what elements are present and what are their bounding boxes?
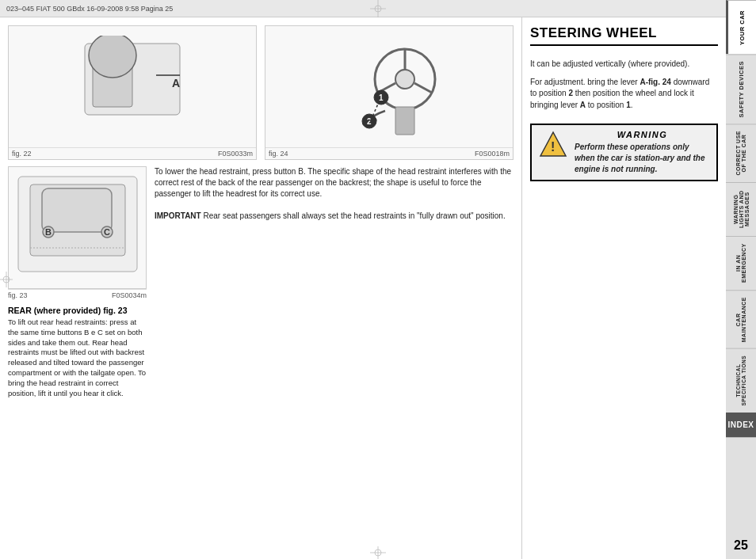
fig22-code: F0S0033m bbox=[218, 150, 253, 158]
important-label: IMPORTANT bbox=[155, 211, 201, 220]
fig24-image: 1 2 bbox=[265, 26, 513, 147]
warning-text-operations: Perform these bbox=[575, 143, 630, 151]
figure-24: 1 2 fig. 24 F0S0018m bbox=[265, 25, 514, 160]
headrest-paragraph: To lower the head restraint, press butto… bbox=[155, 166, 514, 200]
steering-panel: STEERING WHEEL It can be adjusted vertic… bbox=[521, 17, 726, 559]
svg-rect-21 bbox=[42, 188, 112, 232]
sidebar-tab-technical-specs[interactable]: TECHNICALSPECIFICA TIONS bbox=[726, 348, 756, 413]
fig23-caption: fig. 23 bbox=[8, 291, 28, 299]
figure-22: A fig. 22 F0S0033m bbox=[8, 25, 257, 160]
svg-text:!: ! bbox=[551, 140, 555, 154]
steering-para2: For adjustment. bring the lever A-fig. 2… bbox=[530, 77, 718, 112]
svg-point-8 bbox=[395, 70, 414, 89]
top-figures-row: A fig. 22 F0S0033m bbox=[8, 25, 514, 160]
rear-section: REAR (where provided) fig. 23 To lift ou… bbox=[8, 306, 147, 399]
header-text: 023–045 FIAT 500 GBdx 16-09-2008 9:58 Pa… bbox=[6, 5, 173, 13]
warning-text: Perform these operations only when the c… bbox=[575, 142, 710, 175]
header-bar: 023–045 FIAT 500 GBdx 16-09-2008 9:58 Pa… bbox=[0, 0, 756, 17]
fig24-footer: fig. 24 F0S0018m bbox=[265, 147, 513, 159]
sidebar-tab-index[interactable]: INDEX bbox=[726, 413, 756, 438]
bottom-section: B C fig. 23 F0S0034m REAR (where pro bbox=[8, 166, 514, 551]
sidebar-tab-label: IN ANEMERGENCY bbox=[735, 244, 746, 283]
svg-text:C: C bbox=[104, 227, 110, 237]
left-main-area: A fig. 22 F0S0033m bbox=[0, 17, 521, 559]
fig23-footer: fig. 23 F0S0034m bbox=[8, 289, 147, 301]
warning-title: WARNING bbox=[575, 130, 710, 139]
sidebar-tab-safety-devices[interactable]: SAFETY DEVICES bbox=[726, 54, 756, 124]
fig22-image: A bbox=[9, 26, 256, 147]
svg-point-5 bbox=[89, 36, 136, 78]
sidebar-tab-label: CARMAINTENANCE bbox=[735, 297, 746, 342]
main-content: A fig. 22 F0S0033m bbox=[0, 17, 726, 559]
warning-content: WARNING Perform these operations only wh… bbox=[575, 130, 710, 175]
svg-rect-12 bbox=[395, 107, 414, 135]
fig24-code: F0S0018m bbox=[475, 150, 510, 158]
sidebar-tab-your-car[interactable]: YOUR CAR bbox=[726, 0, 756, 54]
sidebar-tab-car-maintenance[interactable]: CARMAINTENANCE bbox=[726, 290, 756, 348]
sidebar-tab-warning-lights[interactable]: WARNINGLIGHTS ANDMESSAGES bbox=[726, 182, 756, 236]
sidebar-tab-label: INDEX bbox=[727, 420, 754, 429]
page-number: 25 bbox=[726, 538, 756, 553]
warning-triangle-icon: ! bbox=[538, 130, 568, 160]
fig23-image: B C bbox=[8, 166, 147, 289]
sidebar-tab-label: TECHNICALSPECIFICA TIONS bbox=[735, 356, 746, 406]
fig23-container: B C fig. 23 F0S0034m REAR (where pro bbox=[8, 166, 147, 551]
sidebar-tab-label: SAFETY DEVICES bbox=[738, 61, 745, 117]
sidebar-tab-emergency[interactable]: IN ANEMERGENCY bbox=[726, 236, 756, 290]
steering-para1: It can be adjusted vertically (where pro… bbox=[530, 59, 718, 70]
fig22-caption: fig. 22 bbox=[12, 150, 32, 158]
sidebar-tab-label: YOUR CAR bbox=[739, 10, 746, 45]
svg-text:A: A bbox=[172, 77, 180, 89]
important-body: Rear seat passengers shall always set th… bbox=[203, 211, 505, 220]
sidebar-tab-correct-use[interactable]: CORRECT USEOF THE CAR bbox=[726, 124, 756, 181]
important-text: IMPORTANT Rear seat passengers shall alw… bbox=[155, 211, 514, 222]
warning-text-operations-2: operations bbox=[630, 143, 670, 151]
sidebar-tab-label: CORRECT USEOF THE CAR bbox=[735, 131, 746, 175]
fig22-footer: fig. 22 F0S0033m bbox=[9, 147, 256, 159]
steering-title: STEERING WHEEL bbox=[530, 25, 718, 46]
fig24-illustration: 1 2 bbox=[326, 36, 452, 139]
sidebar-tab-label: WARNINGLIGHTS ANDMESSAGES bbox=[733, 191, 750, 229]
right-sidebar: YOUR CAR SAFETY DEVICES CORRECT USEOF TH… bbox=[726, 0, 756, 559]
svg-text:B: B bbox=[45, 227, 52, 237]
fig23-code: F0S0034m bbox=[112, 291, 147, 299]
fig22-illustration: A bbox=[69, 36, 196, 139]
fig23-illustration: B C bbox=[10, 169, 145, 287]
svg-line-11 bbox=[414, 83, 432, 93]
warning-box: ! WARNING Perform these operations only … bbox=[530, 124, 718, 181]
rear-title: REAR (where provided) fig. 23 bbox=[8, 306, 147, 315]
text-area: To lower the head restraint, press butto… bbox=[155, 166, 514, 551]
fig24-caption: fig. 24 bbox=[269, 150, 288, 158]
crosshair-top bbox=[370, 0, 386, 17]
rear-text: To lift out rear head restraints: press … bbox=[8, 318, 147, 399]
